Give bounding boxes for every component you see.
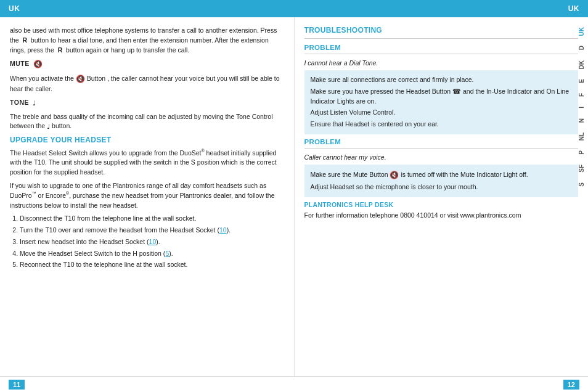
problem1-label: PROBLEM <box>304 44 579 51</box>
divider-3 <box>304 148 579 149</box>
problem1-box: Make sure all connections are correct an… <box>304 70 579 134</box>
intro-text: also be used with most office telephone … <box>10 26 284 55</box>
mute-heading: MUTE 🔇 <box>10 59 284 70</box>
page-num-right: 12 <box>563 380 579 390</box>
help-desk-body: For further information telephone 0800 4… <box>304 211 579 221</box>
tab-d[interactable]: D <box>577 42 586 54</box>
tab-dk[interactable]: DK <box>577 57 586 73</box>
main-content: also be used with most office telephone … <box>0 17 588 376</box>
tab-uk[interactable]: UK <box>577 23 586 39</box>
mute-button-icon2: 🔇 <box>390 169 399 181</box>
tab-s[interactable]: S <box>577 179 586 190</box>
problem1-item-4: Ensure that Headset is centered on your … <box>311 120 573 129</box>
problem2-item-2: Adjust Headset so the microphone is clos… <box>311 182 573 192</box>
problem1-italic: I cannot hear a Dial Tone. <box>304 59 579 67</box>
tab-n[interactable]: N <box>577 115 586 126</box>
problem1-item-2: Make sure you have pressed the Headset B… <box>311 87 573 107</box>
headset-button-icon: ☎ <box>452 88 461 95</box>
tab-i[interactable]: I <box>577 103 586 112</box>
tone-heading: TONE ♩ <box>10 98 284 108</box>
top-bar-right-label: UK <box>568 4 579 13</box>
tone-icon: ♩ <box>33 98 36 108</box>
step-3-highlight: 10 <box>149 238 157 245</box>
step-4: Move the Headset Select Switch to the H … <box>20 249 284 259</box>
upgrade-title: UPGRADE YOUR HEADSET <box>10 136 284 144</box>
side-tabs: UK D DK E F I N NL P SF S <box>574 17 588 376</box>
problem2-label: PROBLEM <box>304 138 579 145</box>
page-left: also be used with most office telephone … <box>0 17 295 376</box>
mute-label: MUTE <box>10 60 30 67</box>
problem1-item-3: Adjust Listen Volume Control. <box>311 108 573 118</box>
page-right: TROUBLESHOOTING PROBLEM I cannot hear a … <box>295 17 589 376</box>
step-2-highlight: 10 <box>219 226 227 234</box>
step-5: Reconnect the T10 to the telephone line … <box>20 260 284 270</box>
tab-e[interactable]: E <box>577 75 586 87</box>
tone-label: TONE <box>10 99 29 106</box>
divider-2 <box>304 54 579 54</box>
bottom-bar: 11 12 <box>0 376 588 392</box>
problem1-item-1: Make sure all connections are correct an… <box>311 75 573 85</box>
mute-icon: 🔇 <box>33 59 43 70</box>
tab-sf[interactable]: SF <box>577 161 586 176</box>
page-num-left: 11 <box>9 380 25 390</box>
tone-control-icon: ♩ <box>47 121 50 132</box>
step-4-highlight: 5 <box>165 250 169 257</box>
divider-1 <box>304 38 579 39</box>
step-2: Turn the T10 over and remove the headset… <box>20 226 284 235</box>
mute-button-icon: 🔇 <box>76 73 85 84</box>
tab-f[interactable]: F <box>577 89 586 100</box>
problem2-item-1: Make sure the Mute Button 🔇 is turned of… <box>311 169 573 181</box>
tone-body: The treble and bass quality of the incom… <box>10 112 284 132</box>
tab-p[interactable]: P <box>577 147 586 158</box>
top-bar-left-label: UK <box>9 4 20 13</box>
step-1: Disconnect the T10 from the telephone li… <box>20 214 284 224</box>
tab-nl[interactable]: NL <box>577 129 586 144</box>
mute-body: When you activate the 🔇 Button , the cal… <box>10 73 284 94</box>
upgrade-body2: If you wish to upgrade to one of the Pla… <box>10 181 284 211</box>
problem2-box: Make sure the Mute Button 🔇 is turned of… <box>304 165 579 197</box>
help-desk-title: PLANTRONICS HELP DESK <box>304 201 579 208</box>
problem2-italic: Caller cannot hear my voice. <box>304 153 579 161</box>
steps-list: Disconnect the T10 from the telephone li… <box>20 214 284 270</box>
step-3: Insert new headset into the Headset Sock… <box>20 237 284 247</box>
upgrade-body1: The Headset Select Switch allows you to … <box>10 148 284 178</box>
top-bar: UK UK <box>0 0 588 17</box>
troubleshooting-title: TROUBLESHOOTING <box>304 26 579 35</box>
